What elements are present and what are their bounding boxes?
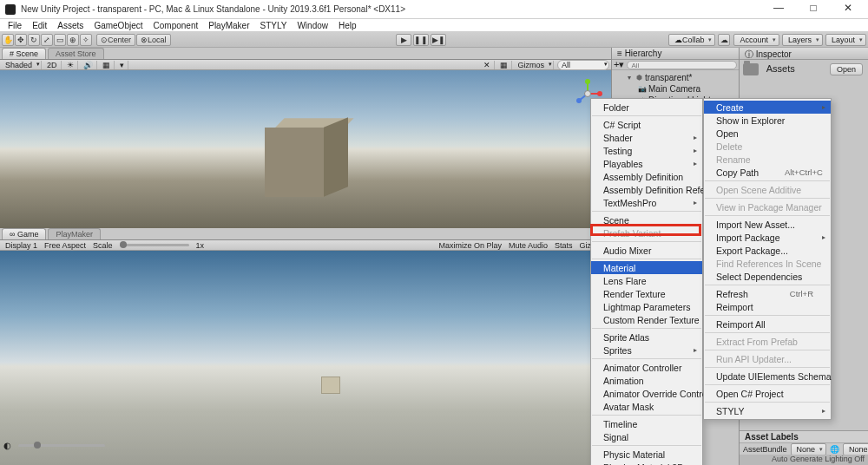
menu-item-animator-override-controller[interactable]: Animator Override Controller	[591, 387, 702, 400]
globe-icon[interactable]: 🌐	[830, 445, 839, 454]
tab-asset-store[interactable]: Asset Store	[48, 48, 104, 59]
menu-item-select-dependencies[interactable]: Select Dependencies	[704, 270, 831, 283]
tab-scene[interactable]: # Scene	[2, 48, 46, 59]
menu-item-update-uielements-schema[interactable]: Update UIElements Schema	[704, 370, 831, 383]
menu-item-animation[interactable]: Animation	[591, 374, 702, 387]
cloud-button[interactable]: ☁	[718, 34, 730, 46]
create-dropdown[interactable]: +▾	[614, 59, 624, 70]
custom-tool[interactable]: ✧	[80, 34, 92, 46]
minimize-button[interactable]: —	[767, 2, 790, 17]
scale-slider[interactable]	[120, 244, 189, 246]
menu-item-open-c-project[interactable]: Open C# Project	[704, 387, 831, 400]
menu-component[interactable]: Component	[149, 21, 203, 30]
aspect-dropdown[interactable]: Free Aspect	[41, 241, 89, 250]
menu-item-custom-render-texture[interactable]: Custom Render Texture	[591, 313, 702, 326]
menu-item-render-texture[interactable]: Render Texture	[591, 287, 702, 300]
assetbundle-variant[interactable]: None	[843, 443, 868, 455]
tab-game[interactable]: ∞ Game	[2, 228, 46, 239]
display-dropdown[interactable]: Display 1	[2, 241, 41, 250]
scene-camera-icon[interactable]: ▾	[116, 61, 128, 69]
menu-item-refresh[interactable]: RefreshCtrl+R	[704, 287, 831, 300]
menu-styly[interactable]: STYLY	[255, 21, 291, 30]
step-button[interactable]: ▶❚	[431, 34, 446, 46]
menu-item-audio-mixer[interactable]: Audio Mixer	[591, 244, 702, 257]
menu-item-c-script[interactable]: C# Script	[591, 118, 702, 131]
menu-playmaker[interactable]: PlayMaker	[204, 21, 253, 30]
account-dropdown[interactable]: Account	[733, 34, 779, 46]
menu-item-folder[interactable]: Folder	[591, 101, 702, 114]
scene-cube[interactable]	[265, 119, 334, 197]
layout-dropdown[interactable]: Layout	[825, 34, 866, 46]
scene-view[interactable]	[0, 70, 611, 228]
menu-item-sprite-atlas[interactable]: Sprite Atlas	[591, 331, 702, 344]
hierarchy-search-all[interactable]: All	[627, 61, 737, 69]
menu-item-assembly-definition-reference[interactable]: Assembly Definition Reference	[591, 183, 702, 196]
menu-item-testing[interactable]: Testing	[591, 144, 702, 157]
play-button[interactable]: ▶	[396, 34, 411, 46]
menu-item-copy-path[interactable]: Copy PathAlt+Ctrl+C	[704, 166, 831, 179]
scene-search[interactable]: All	[557, 60, 609, 70]
menu-item-reimport[interactable]: Reimport	[704, 300, 831, 313]
maximize-on-play[interactable]: Maximize On Play	[435, 241, 505, 250]
menu-item-export-package-[interactable]: Export Package...	[704, 244, 831, 257]
menu-item-sprites[interactable]: Sprites	[591, 344, 702, 357]
scene-2d-toggle[interactable]: 2D	[43, 61, 62, 69]
scene-row[interactable]: ▾⬢ transparent*	[612, 72, 739, 83]
menu-item-assembly-definition[interactable]: Assembly Definition	[591, 170, 702, 183]
scene-grid-icon[interactable]: ▦	[496, 61, 512, 69]
scene-hidden-icon[interactable]: ✕	[480, 61, 495, 69]
menu-item-reimport-all[interactable]: Reimport All	[704, 318, 831, 331]
menu-item-textmeshpro[interactable]: TextMeshPro	[591, 196, 702, 209]
menu-item-create[interactable]: Create	[704, 101, 831, 114]
shading-mode[interactable]: Shaded	[2, 61, 42, 69]
stats-toggle[interactable]: Stats	[551, 241, 576, 250]
hierarchy-item-camera[interactable]: 📷Main Camera	[612, 83, 739, 95]
rect-tool[interactable]: ▭	[54, 34, 66, 46]
menu-item-physics-material-2d[interactable]: Physics Material 2D	[591, 461, 702, 465]
layers-dropdown[interactable]: Layers	[782, 34, 823, 46]
menu-help[interactable]: Help	[334, 21, 361, 30]
project-zoom-slider[interactable]: ◐	[0, 441, 122, 449]
mute-audio[interactable]: Mute Audio	[505, 241, 551, 250]
lighting-status[interactable]: Auto Generate Lighting Off	[740, 455, 868, 465]
menu-item-lightmap-parameters[interactable]: Lightmap Parameters	[591, 300, 702, 313]
open-button[interactable]: Open	[830, 63, 863, 75]
menu-item-shader[interactable]: Shader	[591, 131, 702, 144]
pivot-center[interactable]: ⊙Center	[96, 34, 135, 46]
menu-item-scene[interactable]: Scene	[591, 213, 702, 226]
rotate-tool[interactable]: ↻	[28, 34, 40, 46]
menu-item-import-package[interactable]: Import Package	[704, 231, 831, 244]
menu-window[interactable]: Window	[293, 21, 332, 30]
scene-fx-icon[interactable]: ▦	[99, 61, 115, 69]
menu-item-physic-material[interactable]: Physic Material	[591, 448, 702, 461]
close-button[interactable]: ✕	[837, 2, 859, 17]
scale-tool[interactable]: ⤢	[41, 34, 53, 46]
assetbundle-dropdown[interactable]: None	[791, 443, 827, 455]
menu-gameobject[interactable]: GameObject	[89, 21, 147, 30]
scene-light-icon[interactable]: ☀	[63, 61, 78, 69]
menu-item-signal[interactable]: Signal	[591, 430, 702, 443]
menu-file[interactable]: File	[3, 21, 26, 30]
gizmos-dropdown[interactable]: Gizmos	[514, 61, 554, 69]
menu-item-playables[interactable]: Playables	[591, 157, 702, 170]
menu-item-lens-flare[interactable]: Lens Flare	[591, 274, 702, 287]
maximize-button[interactable]: □	[802, 2, 825, 17]
pivot-local[interactable]: ⊗Local	[136, 34, 171, 46]
transform-tool[interactable]: ⊕	[67, 34, 79, 46]
menu-assets[interactable]: Assets	[53, 21, 88, 30]
menu-edit[interactable]: Edit	[28, 21, 51, 30]
game-view[interactable]	[0, 251, 611, 465]
pause-button[interactable]: ❚❚	[413, 34, 429, 46]
menu-item-styly[interactable]: STYLY	[704, 404, 831, 417]
menu-item-show-in-explorer[interactable]: Show in Explorer	[704, 114, 831, 127]
scene-audio-icon[interactable]: 🔊	[80, 61, 97, 69]
menu-item-material[interactable]: Material	[591, 261, 702, 274]
menu-item-avatar-mask[interactable]: Avatar Mask	[591, 400, 702, 413]
menu-item-timeline[interactable]: Timeline	[591, 417, 702, 430]
menu-item-animator-controller[interactable]: Animator Controller	[591, 361, 702, 374]
tab-playmaker[interactable]: PlayMaker	[48, 228, 101, 239]
menu-item-import-new-asset-[interactable]: Import New Asset...	[704, 218, 831, 231]
menu-item-open[interactable]: Open	[704, 127, 831, 140]
move-tool[interactable]: ✥	[15, 34, 27, 46]
hand-tool[interactable]: ✋	[2, 34, 14, 46]
